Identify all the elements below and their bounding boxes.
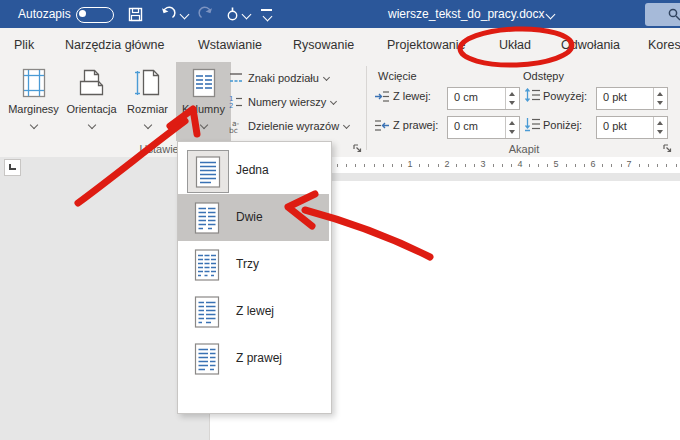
- menu-item-three-columns[interactable]: Trzy: [178, 241, 329, 288]
- menu-item-one-column[interactable]: Jedna: [178, 147, 329, 194]
- margins-icon: [20, 68, 48, 98]
- redo-icon: [198, 6, 215, 23]
- indent-left-label: Z lewej:: [393, 90, 431, 102]
- indent-right-field[interactable]: 0 cm: [447, 116, 520, 139]
- indent-header: Wcięcie: [378, 70, 417, 82]
- columns-label: Kolumny: [176, 103, 231, 115]
- touch-mode-caret-icon[interactable]: [242, 10, 252, 20]
- menu-item-left-column[interactable]: Z lewej: [178, 288, 329, 335]
- ruler-number: 6: [588, 159, 597, 169]
- paragraph-dialog-launcher-icon[interactable]: [662, 143, 673, 154]
- tab-narzedzia-glowne[interactable]: Narzędzia główne: [65, 28, 164, 62]
- ruler-number: 4: [515, 159, 524, 169]
- save-icon[interactable]: [127, 6, 144, 23]
- hyphenation-label: Dzielenie wyrazów: [248, 120, 339, 132]
- title-caret-icon[interactable]: [546, 10, 556, 20]
- menu-item-right-column[interactable]: Z prawej: [178, 335, 329, 382]
- breaks-button[interactable]: Znaki podziału: [228, 71, 329, 91]
- paragraph-group-label: Akapit: [509, 143, 540, 155]
- size-label: Rozmiar: [120, 103, 175, 115]
- ruler-number: 7: [624, 159, 633, 169]
- tab-selector-icon: [9, 164, 16, 170]
- indent-right-value: 0 cm: [454, 120, 478, 132]
- indent-right-label: Z prawej:: [393, 119, 438, 131]
- indent-left-spinner[interactable]: [505, 88, 519, 109]
- tab-selector[interactable]: [4, 159, 21, 176]
- indent-left-field[interactable]: 0 cm: [447, 87, 520, 110]
- qat-overflow-chevron-icon[interactable]: [263, 12, 273, 22]
- ribbon: Marginesy Orientacja Rozmiar: [0, 62, 680, 158]
- line-numbers-button[interactable]: 1 2 Numery wierszy: [228, 95, 336, 115]
- spacing-after-spinner[interactable]: [653, 117, 667, 138]
- tab-rysowanie[interactable]: Rysowanie: [293, 28, 354, 62]
- indent-left-icon: [374, 90, 390, 103]
- breaks-icon: [228, 71, 244, 85]
- two-columns-icon: [194, 201, 220, 234]
- tab-odwolania[interactable]: Odwołania: [561, 28, 620, 62]
- search-icon: [667, 7, 680, 22]
- hyphenation-button[interactable]: a- bc Dzielenie wyrazów: [228, 119, 349, 139]
- menu-item-label: Jedna: [236, 163, 269, 177]
- tab-projektowanie[interactable]: Projektowanie: [387, 28, 466, 62]
- spacing-before-spinner[interactable]: [653, 88, 667, 109]
- margins-caret-icon: [29, 121, 37, 129]
- group-separator: [366, 66, 367, 150]
- menu-item-label: Z prawej: [236, 351, 282, 365]
- spacing-before-value: 0 pkt: [603, 91, 627, 103]
- menu-item-label: Trzy: [236, 257, 259, 271]
- indent-right-icon: [374, 119, 390, 132]
- columns-button[interactable]: Kolumny: [176, 62, 231, 141]
- hyphenation-icon: a- bc: [228, 119, 244, 133]
- size-button[interactable]: Rozmiar: [120, 62, 175, 141]
- document-title: wiersze_tekst_do_pracy.docx: [388, 0, 545, 28]
- menu-item-two-columns[interactable]: Dwie: [178, 194, 329, 241]
- line-numbers-icon: 1 2: [228, 95, 244, 109]
- spacing-before-label: Powyżej:: [543, 90, 587, 102]
- spacing-after-label: Poniżej:: [543, 119, 582, 131]
- word-window: Autozapis wiersze_tekst_do_pracy.docx: [0, 0, 680, 440]
- breaks-label: Znaki podziału: [248, 72, 319, 84]
- ribbon-tab-bar: Plik Narzędzia główne Wstawianie Rysowan…: [0, 28, 680, 63]
- horizontal-ruler: 1 2 3 4 5 6 7: [330, 157, 680, 173]
- svg-text:2: 2: [229, 102, 233, 109]
- one-column-current-box: [187, 150, 229, 193]
- autosave-toggle[interactable]: [76, 7, 114, 23]
- tab-wstawianie[interactable]: Wstawianie: [198, 28, 262, 62]
- line-numbers-caret-icon: [330, 98, 337, 105]
- spacing-after-value: 0 pkt: [603, 120, 627, 132]
- orientation-caret-icon: [87, 121, 95, 129]
- margins-button[interactable]: Marginesy: [6, 62, 61, 141]
- left-column-icon: [194, 295, 220, 328]
- ruler-number: 2: [442, 159, 451, 169]
- menu-item-label: Dwie: [236, 210, 263, 224]
- orientation-icon: [76, 68, 108, 98]
- search-box[interactable]: [645, 3, 680, 26]
- ruler-number: 3: [478, 159, 487, 169]
- size-icon: [133, 68, 163, 98]
- spacing-before-field[interactable]: 0 pkt: [596, 87, 668, 110]
- touch-mode-icon[interactable]: [224, 6, 241, 23]
- undo-icon[interactable]: [159, 6, 176, 23]
- tab-korespondencja[interactable]: Korespondencja: [648, 28, 680, 62]
- one-column-icon: [195, 155, 221, 188]
- columns-caret-icon: [199, 121, 207, 129]
- three-columns-icon: [194, 248, 220, 281]
- indent-left-value: 0 cm: [454, 91, 478, 103]
- spacing-before-icon: [524, 88, 541, 103]
- autosave-label: Autozapis: [18, 0, 71, 28]
- orientation-label: Orientacja: [64, 103, 119, 115]
- menu-item-label: Z lewej: [236, 304, 274, 318]
- undo-caret-icon[interactable]: [180, 10, 190, 20]
- spacing-after-field[interactable]: 0 pkt: [596, 116, 668, 139]
- svg-text:bc: bc: [229, 126, 238, 133]
- tab-uklad[interactable]: Układ: [499, 28, 531, 62]
- indent-right-spinner[interactable]: [505, 117, 519, 138]
- ruler-number: 5: [551, 159, 560, 169]
- page-setup-dialog-launcher-icon[interactable]: [352, 143, 363, 154]
- line-numbers-label: Numery wierszy: [248, 96, 326, 108]
- orientation-button[interactable]: Orientacja: [64, 62, 119, 141]
- tab-plik[interactable]: Plik: [14, 28, 34, 62]
- margins-label: Marginesy: [6, 103, 61, 115]
- right-column-icon: [194, 342, 220, 375]
- title-bar: Autozapis wiersze_tekst_do_pracy.docx: [0, 0, 680, 28]
